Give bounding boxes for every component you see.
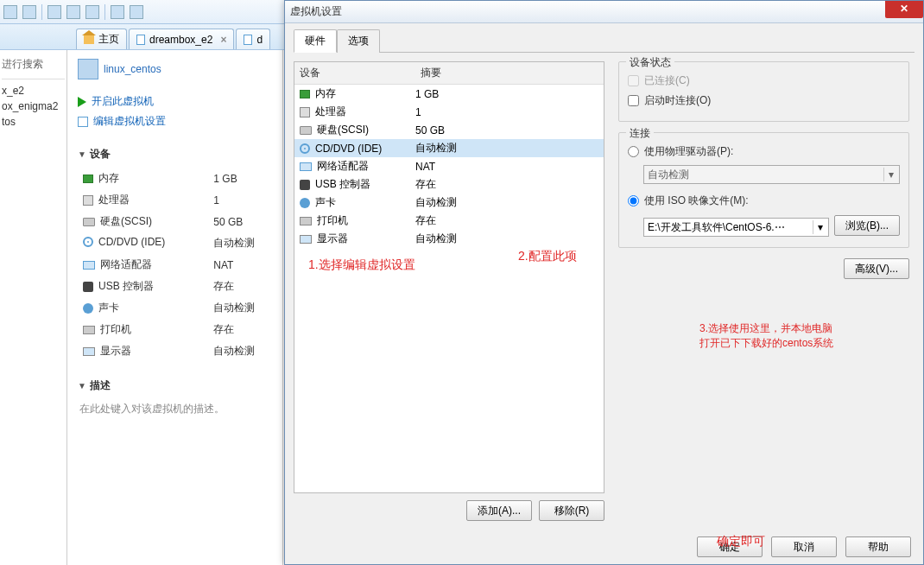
device-row[interactable]: 声卡自动检测 <box>79 298 270 318</box>
toolbar-icon[interactable] <box>47 5 61 19</box>
device-icon <box>300 162 312 171</box>
chevron-down-icon[interactable]: ▾ <box>883 168 897 181</box>
ok-button[interactable]: 确定 <box>697 536 763 557</box>
toolbar-icon[interactable] <box>3 5 17 19</box>
connection-fieldset: 连接 使用物理驱动器(P): 自动检测 ▾ 使用 ISO 映像文件(M): <box>618 132 909 248</box>
vm-summary-panel: linux_centos 开启此虚拟机 编辑虚拟机设置 ▼ 设备 内存1 GB处… <box>67 50 283 565</box>
device-row[interactable]: 内存1 GB <box>79 168 270 188</box>
toolbar-icon[interactable] <box>22 5 36 19</box>
dialog-tabs: 硬件 选项 <box>294 29 915 53</box>
hardware-row[interactable]: 声卡自动检测 <box>294 194 604 212</box>
hardware-row[interactable]: 网络适配器NAT <box>294 157 604 175</box>
tree-item[interactable]: x_e2 <box>2 83 65 98</box>
help-button[interactable]: 帮助 <box>845 536 911 557</box>
power-on-link[interactable]: 开启此虚拟机 <box>78 92 272 111</box>
device-icon <box>83 303 93 314</box>
tab-hardware[interactable]: 硬件 <box>294 29 337 53</box>
description-header[interactable]: ▼ 描述 <box>78 378 272 393</box>
device-row[interactable]: 处理器1 <box>79 190 270 210</box>
tab-home[interactable]: 主页 <box>76 29 127 49</box>
toolbar-icon[interactable] <box>85 5 99 19</box>
device-icon <box>83 261 95 270</box>
chevron-down-icon: ▼ <box>78 149 86 159</box>
library-tree: 进行搜索 x_e2 ox_enigma2 tos <box>0 50 67 565</box>
device-row[interactable]: 打印机存在 <box>79 320 270 340</box>
close-icon[interactable]: × <box>220 34 226 46</box>
advanced-button[interactable]: 高级(V)... <box>844 258 909 279</box>
tree-item[interactable]: ox_enigma2 <box>2 98 65 114</box>
hardware-row[interactable]: 内存1 GB <box>294 85 604 103</box>
device-status-fieldset: 设备状态 已连接(C) 启动时连接(O) <box>618 61 909 122</box>
edit-icon <box>78 117 88 127</box>
device-icon <box>83 195 93 206</box>
toolbar-icon[interactable] <box>130 5 143 19</box>
hardware-list[interactable]: 设备 摘要 内存1 GB处理器1硬盘(SCSI)50 GBCD/DVD (IDE… <box>294 61 604 493</box>
search-placeholder[interactable]: 进行搜索 <box>2 54 65 79</box>
device-icon <box>300 235 312 244</box>
hardware-row[interactable]: 显示器自动检测 <box>294 230 604 248</box>
connect-at-boot-checkbox[interactable]: 启动时连接(O) <box>628 91 900 111</box>
chevron-down-icon: ▼ <box>78 381 86 390</box>
tab-partial[interactable]: d <box>236 29 270 49</box>
device-row[interactable]: 网络适配器NAT <box>79 255 270 275</box>
hardware-row[interactable]: CD/DVD (IDE)自动检测 <box>294 139 604 157</box>
device-icon <box>83 347 95 356</box>
vm-settings-dialog: 虚拟机设置 ✕ 硬件 选项 设备 摘要 内存1 GB处理器1硬盘(SCSI)50… <box>284 0 924 565</box>
home-icon <box>84 35 94 44</box>
tab-label: d <box>256 34 263 46</box>
close-button[interactable]: ✕ <box>885 1 923 18</box>
device-row[interactable]: 硬盘(SCSI)50 GB <box>79 212 270 232</box>
description-placeholder[interactable]: 在此处键入对该虚拟机的描述。 <box>78 398 272 420</box>
hardware-row[interactable]: 打印机存在 <box>294 212 604 230</box>
device-icon <box>300 180 310 190</box>
chevron-down-icon[interactable]: ▾ <box>813 220 826 234</box>
device-row[interactable]: USB 控制器存在 <box>79 276 270 296</box>
iso-path-combo[interactable]: E:\开发工具软件\CentOS-6.⋯ ▾ <box>643 218 829 237</box>
device-icon <box>83 237 93 247</box>
device-icon <box>83 175 93 183</box>
tab-dreambox[interactable]: dreambox_e2 × <box>129 29 234 49</box>
toolbar-icon[interactable] <box>66 5 80 19</box>
vm-title: linux_centos <box>78 59 272 79</box>
iso-file-radio[interactable]: 使用 ISO 映像文件(M): <box>628 191 900 211</box>
device-icon <box>300 143 310 154</box>
device-icon <box>83 218 95 226</box>
dialog-title: 虚拟机设置 <box>285 1 923 23</box>
hardware-list-header: 设备 摘要 <box>294 62 604 85</box>
file-icon <box>136 35 145 45</box>
toolbar-icon[interactable] <box>111 5 124 19</box>
connected-checkbox[interactable]: 已连接(C) <box>628 71 900 91</box>
cancel-button[interactable]: 取消 <box>771 536 837 557</box>
physical-drive-radio[interactable]: 使用物理驱动器(P): <box>628 142 900 162</box>
vm-icon <box>78 59 98 79</box>
file-icon <box>244 35 252 45</box>
device-icon <box>83 326 95 334</box>
device-icon <box>300 90 310 98</box>
play-icon <box>78 97 86 107</box>
devices-header[interactable]: ▼ 设备 <box>78 147 272 162</box>
device-icon <box>300 198 310 208</box>
tree-item[interactable]: tos <box>2 114 65 130</box>
device-icon <box>83 282 93 292</box>
hardware-row[interactable]: USB 控制器存在 <box>294 175 604 194</box>
add-hardware-button[interactable]: 添加(A)... <box>466 500 532 521</box>
device-row[interactable]: 显示器自动检测 <box>79 341 270 361</box>
edit-settings-link[interactable]: 编辑虚拟机设置 <box>78 111 272 131</box>
devices-table: 内存1 GB处理器1硬盘(SCSI)50 GBCD/DVD (IDE)自动检测网… <box>78 167 272 363</box>
device-icon <box>300 217 312 225</box>
device-row[interactable]: CD/DVD (IDE)自动检测 <box>79 233 270 253</box>
physical-drive-combo[interactable]: 自动检测 ▾ <box>643 165 900 184</box>
device-icon <box>300 107 310 117</box>
tab-label: dreambox_e2 <box>149 34 212 46</box>
hardware-row[interactable]: 处理器1 <box>294 103 604 121</box>
device-icon <box>300 126 312 135</box>
dialog-footer: 确定 取消 帮助 <box>697 536 911 557</box>
tab-options[interactable]: 选项 <box>337 29 380 53</box>
browse-button[interactable]: 浏览(B)... <box>834 215 900 236</box>
tab-label: 主页 <box>98 32 119 47</box>
hardware-row[interactable]: 硬盘(SCSI)50 GB <box>294 121 604 139</box>
remove-hardware-button[interactable]: 移除(R) <box>539 500 604 521</box>
